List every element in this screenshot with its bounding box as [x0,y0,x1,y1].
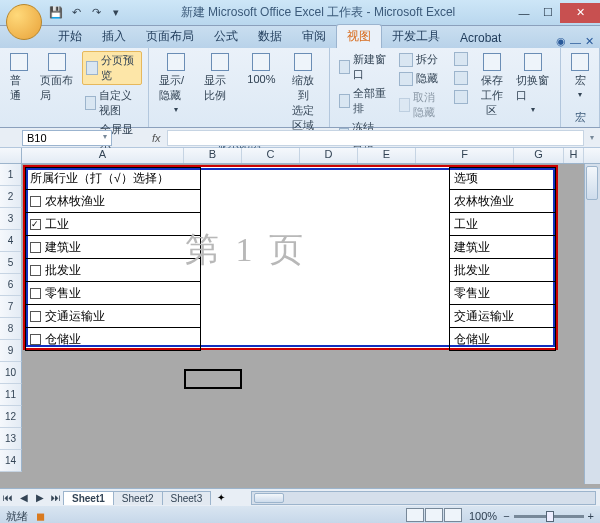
formula-input[interactable] [167,130,584,146]
checkbox-icon[interactable] [30,334,41,345]
cell-industry[interactable]: 仓储业 [26,328,201,351]
row-header-5[interactable]: 5 [0,252,22,274]
sheet-nav-next[interactable]: ▶ [32,492,48,503]
row-header-14[interactable]: 14 [0,450,22,472]
reset-position-button[interactable] [451,89,471,105]
tab-pagelayout[interactable]: 页面布局 [136,25,204,48]
name-box[interactable]: B10▾ [22,130,112,146]
cell-industry[interactable]: 批发业 [26,259,201,282]
checkbox-icon[interactable] [30,219,41,230]
cell-option[interactable]: 交通运输业 [450,305,556,328]
minimize-button[interactable]: — [512,3,536,23]
sheet-nav-first[interactable]: ⏮ [0,492,16,503]
compare-side-button[interactable] [451,51,471,67]
cell-option[interactable]: 批发业 [450,259,556,282]
col-header-f[interactable]: F [416,148,514,163]
zoom-in-button[interactable]: + [588,510,594,522]
tab-acrobat[interactable]: Acrobat [450,28,511,48]
row-header-4[interactable]: 4 [0,230,22,252]
col-header-e[interactable]: E [358,148,416,163]
row-header-3[interactable]: 3 [0,208,22,230]
header-industry[interactable]: 所属行业（打（√）选择） [26,168,201,190]
help-icon[interactable]: ◉ [556,35,566,48]
worksheet-grid[interactable]: A B C D E F G H 1234567891011121314 第 1 … [0,148,600,488]
page-break-shortcut[interactable] [444,508,462,522]
row-header-2[interactable]: 2 [0,186,22,208]
col-header-b[interactable]: B [184,148,242,163]
zoom-selection-button[interactable]: 缩放到 选定区域 [283,51,322,135]
page-layout-shortcut[interactable] [425,508,443,522]
new-window-button[interactable]: 新建窗口 [336,51,393,83]
qat-customize-icon[interactable]: ▾ [108,5,124,21]
slider-thumb[interactable] [546,511,554,522]
zoom-100-button[interactable]: 100% [243,51,279,135]
row-header-13[interactable]: 13 [0,428,22,450]
col-header-d[interactable]: D [300,148,358,163]
row-header-10[interactable]: 10 [0,362,22,384]
cell-option[interactable]: 农林牧渔业 [450,190,556,213]
header-option[interactable]: 选项 [450,168,556,190]
cell-option[interactable]: 仓储业 [450,328,556,351]
checkbox-icon[interactable] [30,265,41,276]
arrange-all-button[interactable]: 全部重排 [336,85,393,117]
vertical-scrollbar[interactable] [584,164,600,484]
zoom-slider[interactable]: − + [503,510,594,522]
cell-option[interactable]: 工业 [450,213,556,236]
ribbon-close-icon[interactable]: ✕ [585,35,594,48]
custom-views-button[interactable]: 自定义视图 [82,87,142,119]
sheet-tab-1[interactable]: Sheet1 [63,491,114,505]
sheet-nav-last[interactable]: ⏭ [48,492,64,503]
horizontal-scrollbar[interactable] [251,491,596,505]
zoom-level[interactable]: 100% [469,510,497,522]
office-button[interactable] [6,4,42,40]
sheet-tab-3[interactable]: Sheet3 [162,491,212,505]
checkbox-icon[interactable] [30,288,41,299]
close-button[interactable]: ✕ [560,3,600,23]
checkbox-icon[interactable] [30,242,41,253]
checkbox-icon[interactable] [30,311,41,322]
cell-industry[interactable]: 交通运输业 [26,305,201,328]
col-header-h[interactable]: H [564,148,584,163]
sync-scroll-button[interactable] [451,70,471,86]
cell-option[interactable]: 建筑业 [450,236,556,259]
undo-icon[interactable]: ↶ [68,5,84,21]
row-header-12[interactable]: 12 [0,406,22,428]
tab-developer[interactable]: 开发工具 [382,25,450,48]
col-header-g[interactable]: G [514,148,564,163]
page-break-preview-button[interactable]: 分页预览 [82,51,142,85]
cell-option[interactable]: 零售业 [450,282,556,305]
ribbon-minimize-icon[interactable]: — [570,36,581,48]
cell-industry[interactable]: 工业 [26,213,201,236]
row-header-11[interactable]: 11 [0,384,22,406]
row-header-1[interactable]: 1 [0,164,22,186]
row-header-7[interactable]: 7 [0,296,22,318]
zoom-button[interactable]: 显示比例 [200,51,239,135]
cell-industry[interactable]: 零售业 [26,282,201,305]
redo-icon[interactable]: ↷ [88,5,104,21]
maximize-button[interactable]: ☐ [536,3,560,23]
save-icon[interactable]: 💾 [48,5,64,21]
tab-home[interactable]: 开始 [48,25,92,48]
slider-track[interactable] [514,515,584,518]
row-header-8[interactable]: 8 [0,318,22,340]
show-hide-button[interactable]: 显示/隐藏▾ [155,51,196,135]
tab-review[interactable]: 审阅 [292,25,336,48]
hide-button[interactable]: 隐藏 [396,70,447,87]
unhide-button[interactable]: 取消隐藏 [396,89,447,121]
tab-view[interactable]: 视图 [336,24,382,48]
normal-view-shortcut[interactable] [406,508,424,522]
chevron-down-icon[interactable]: ▾ [103,132,107,144]
fx-icon[interactable]: fx [152,132,161,144]
scrollbar-thumb[interactable] [586,166,598,200]
tab-formulas[interactable]: 公式 [204,25,248,48]
col-header-a[interactable]: A [22,148,184,163]
cell-industry[interactable]: 农林牧渔业 [26,190,201,213]
split-button[interactable]: 拆分 [396,51,447,68]
sheet-nav-prev[interactable]: ◀ [16,492,32,503]
cell-industry[interactable]: 建筑业 [26,236,201,259]
row-header-6[interactable]: 6 [0,274,22,296]
formula-expand-icon[interactable]: ▾ [590,133,594,142]
sheet-tab-2[interactable]: Sheet2 [113,491,163,505]
macros-button[interactable]: 宏▾ [567,51,593,108]
scrollbar-thumb[interactable] [254,493,284,503]
